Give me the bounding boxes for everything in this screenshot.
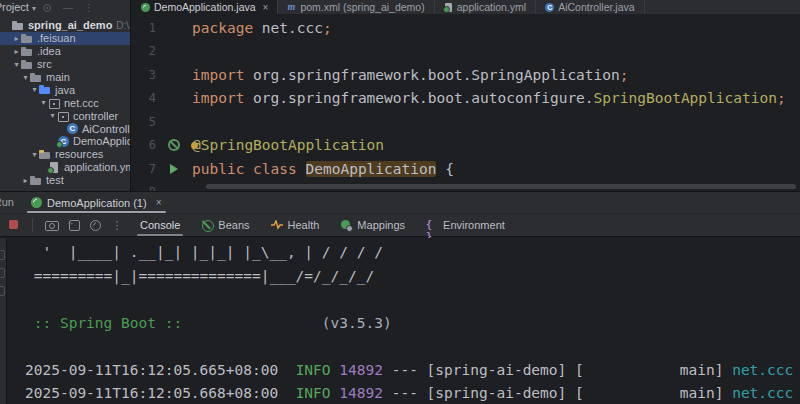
chevron-down-icon[interactable]: ▾ — [30, 150, 39, 159]
folder-icon — [30, 72, 43, 83]
stop-icon[interactable] — [8, 219, 20, 231]
tree-item-feisuan[interactable]: ▸.feisuan — [0, 32, 130, 45]
editor-tab-application-yml[interactable]: application.yml — [435, 0, 536, 14]
code-text: public class DemoApplication { — [192, 161, 454, 177]
view-tab-label: Beans — [218, 219, 249, 231]
console-spring-version-line: :: Spring Boot :: (v3.5.3) — [25, 312, 800, 336]
toolbar-icon-clipped[interactable] — [0, 250, 5, 260]
tree-item-resources[interactable]: ▾resources — [0, 148, 130, 161]
ide-window: Project ▾ —⋮ spring_ai_demoD:\a-java\spr… — [0, 0, 800, 404]
folder-icon — [21, 33, 34, 44]
run-toolbar: ⋮ ConsoleBeansHealthMappingsEnvironment — [0, 213, 800, 237]
tree-item-label: java — [55, 84, 75, 96]
tree-item-test[interactable]: ▸test — [0, 174, 130, 187]
line-number: 3 — [132, 68, 156, 82]
project-panel-header: Project ▾ —⋮ — [0, 0, 130, 16]
tree-item-application-yml[interactable]: application.yml — [0, 161, 130, 174]
code-line: 7public class DemoApplication { — [132, 157, 800, 181]
code-text: package net.ccc; — [192, 20, 332, 36]
horizontal-scrollbar[interactable] — [206, 184, 796, 189]
tree-item-java[interactable]: ▾java — [0, 83, 130, 96]
code-line: 6@SpringBootApplication — [132, 134, 800, 158]
view-tab-health[interactable]: Health — [268, 214, 323, 236]
tree-item-idea[interactable]: ▸.idea — [0, 45, 130, 58]
project-tool-window-title[interactable]: Project ▾ — [0, 1, 36, 15]
tree-item-label: DemoApplication — [73, 135, 131, 147]
code-text: @SpringBootApplication — [192, 137, 384, 153]
folder-resources-icon — [39, 149, 52, 160]
console-panel[interactable]: ' |____| .__|_| |_|_| |_\__, | / / / / =… — [0, 238, 800, 404]
project-header-actions: —⋮ — [42, 3, 94, 13]
tree-item-label: .idea — [37, 45, 61, 57]
editor: DemoApplication.java×pom.xml (spring_ai_… — [132, 0, 800, 191]
chevron-right-icon[interactable]: ▸ — [21, 176, 30, 185]
editor-tab-aicontroller-java[interactable]: AiController.java — [536, 0, 644, 14]
chevron-right-icon[interactable]: ▸ — [12, 34, 21, 43]
code-editor[interactable]: 1package net.ccc;23import org.springfram… — [132, 14, 800, 191]
view-tab-beans[interactable]: Beans — [198, 214, 252, 236]
spring-boot-icon — [141, 3, 150, 12]
class-spring-icon — [57, 136, 70, 147]
line-number: 6 — [132, 138, 156, 152]
hide-panel-icon[interactable]: — — [63, 3, 73, 13]
more-icon[interactable]: ⋮ — [111, 219, 123, 231]
environment-icon — [426, 219, 438, 231]
more-options-icon[interactable]: ⋮ — [84, 3, 94, 13]
tree-item-src[interactable]: ▾src — [0, 58, 130, 71]
view-tab-label: Mappings — [357, 219, 405, 231]
view-tab-console[interactable]: Console — [137, 214, 183, 236]
chevron-down-icon[interactable]: ▾ — [30, 85, 39, 94]
run-tab[interactable]: DemoApplication (1) × — [25, 192, 168, 213]
toolbar-icon-clipped[interactable] — [0, 286, 5, 296]
project-tree: spring_ai_demoD:\a-java\spr▸.feisuan▸.id… — [0, 19, 130, 187]
chevron-down-icon[interactable]: ▾ — [48, 111, 57, 120]
tree-item-label: spring_ai_demo — [28, 19, 112, 31]
view-tab-label: Environment — [443, 219, 505, 231]
locate-file-icon[interactable] — [42, 3, 52, 13]
tree-item-label: controller — [73, 110, 118, 122]
editor-tab-bar: DemoApplication.java×pom.xml (spring_ai_… — [132, 0, 800, 14]
close-icon[interactable]: × — [156, 197, 162, 208]
gauge-icon[interactable] — [89, 219, 101, 231]
view-tab-label: Health — [288, 219, 320, 231]
run-gutter-icon[interactable] — [156, 164, 192, 174]
tree-item-spring-ai-demo[interactable]: spring_ai_demoD:\a-java\spr — [0, 19, 130, 32]
tree-item-net-ccc[interactable]: ▾net.ccc — [0, 96, 130, 109]
run-view-tabs: ConsoleBeansHealthMappingsEnvironment — [137, 214, 508, 236]
tree-item-label: AiController — [82, 123, 131, 135]
chevron-down-icon[interactable]: ▾ — [12, 60, 21, 69]
folder-icon — [21, 59, 34, 70]
toolbar-icon-clipped[interactable] — [0, 268, 5, 278]
close-icon[interactable]: × — [263, 2, 269, 13]
run-toolbar-actions: ⋮ — [8, 218, 123, 232]
tree-item-controller[interactable]: ▾controller — [0, 109, 130, 122]
spring-yml-icon — [444, 3, 453, 12]
run-panel-header: Run DemoApplication (1) × — [0, 191, 800, 213]
editor-tab-demoapplication-java[interactable]: DemoApplication.java× — [132, 0, 278, 14]
chevron-right-icon[interactable]: ▸ — [12, 47, 21, 56]
chevron-down-icon[interactable]: ▾ — [39, 98, 48, 107]
tree-item-aicontroller[interactable]: AiController — [0, 122, 130, 135]
console-blank-line — [25, 335, 800, 359]
run-tab-label: DemoApplication (1) — [47, 197, 147, 209]
console-banner-line: ' |____| .__|_| |_|_| |_\__, | / / / / — [25, 241, 800, 265]
folder-icon — [21, 46, 34, 57]
tree-item-main[interactable]: ▾main — [0, 71, 130, 84]
project-icon — [12, 20, 25, 31]
tree-item-label: application.yml — [64, 161, 131, 173]
code-text: import org.springframework.boot.autoconf… — [192, 90, 786, 106]
spring-bean-gutter-icon[interactable] — [156, 139, 192, 151]
view-tab-environment[interactable]: Environment — [423, 214, 508, 236]
thread-dump-icon[interactable] — [45, 219, 57, 231]
tree-item-label: resources — [55, 148, 103, 160]
breakpoint-dot — [191, 142, 198, 149]
editor-tab-pom-xml-spring-ai-demo[interactable]: pom.xml (spring_ai_demo) — [278, 0, 434, 14]
chevron-down-icon[interactable]: ▾ — [21, 73, 30, 82]
project-panel: Project ▾ —⋮ spring_ai_demoD:\a-java\spr… — [0, 0, 131, 191]
class-icon — [545, 3, 554, 12]
import-test-results-icon[interactable] — [67, 219, 79, 231]
package-icon — [57, 110, 70, 121]
tree-item-demoapplication[interactable]: DemoApplication — [0, 135, 130, 148]
project-path: D:\a-java\spr — [116, 20, 131, 31]
view-tab-mappings[interactable]: Mappings — [337, 214, 408, 236]
